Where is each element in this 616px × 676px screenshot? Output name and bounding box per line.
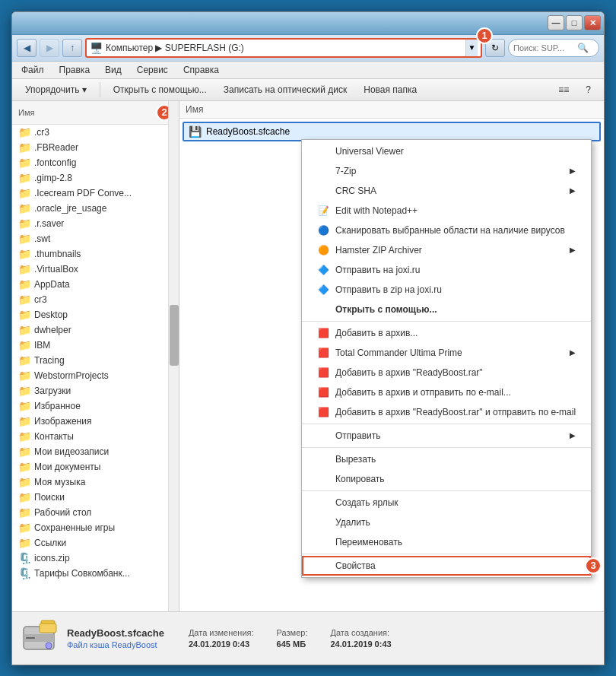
ctx-notepad[interactable]: 📝 Edit with Notepad++	[302, 201, 591, 221]
folder-item[interactable]: 📁AppData	[12, 277, 179, 292]
folder-item[interactable]: 📁IBM	[12, 338, 179, 353]
ctx-properties[interactable]: Свойства	[302, 556, 591, 576]
ctx-cut[interactable]: Вырезать	[302, 449, 591, 469]
ctx-hamster[interactable]: 🟠 Hamster ZIP Archiver	[302, 240, 591, 260]
burn-button[interactable]: Записать на оптический диск	[217, 81, 354, 98]
minimize-button[interactable]: —	[548, 15, 564, 30]
view-toggle-button[interactable]: ≡≡	[551, 81, 576, 98]
back-button[interactable]: ◀	[17, 39, 37, 57]
folder-item[interactable]: 📁.fontconfig	[12, 155, 179, 170]
folder-item[interactable]: 📁Изображения	[12, 414, 179, 429]
up-button[interactable]: ↑	[62, 39, 82, 57]
ctx-copy[interactable]: Копировать	[302, 469, 591, 489]
status-size-group: Размер: 645 МБ	[277, 628, 308, 649]
folder-name: WebstormProjects	[34, 370, 109, 381]
folder-icon: 📁	[18, 461, 31, 473]
menu-tools[interactable]: Сервис	[134, 63, 171, 77]
folder-item[interactable]: 📁.gimp-2.8	[12, 170, 179, 186]
scrollbar-thumb[interactable]	[170, 305, 179, 366]
folder-icon: 📁	[18, 172, 31, 184]
folder-name: AppData	[34, 279, 70, 290]
folder-item[interactable]: 📁Сохраненные игры	[12, 520, 179, 535]
scrollbar[interactable]	[168, 101, 179, 611]
folder-item[interactable]: 📁.FBReader	[12, 140, 179, 155]
address-dropdown[interactable]: ▼	[465, 40, 478, 56]
search-input[interactable]	[513, 43, 574, 52]
ctx-total-commander[interactable]: 🟥 Total Commander Ultima Prime	[302, 343, 591, 363]
ctx-joxi2[interactable]: 🔷 Отправить в zip на joxi.ru	[302, 280, 591, 300]
menu-view[interactable]: Вид	[102, 63, 125, 77]
ctx-crc[interactable]: CRC SHA	[302, 181, 591, 201]
close-button[interactable]: ✕	[584, 15, 601, 30]
ctx-cut-icon	[317, 453, 329, 465]
organize-button[interactable]: Упорядочить ▾	[18, 81, 94, 98]
folder-name: Изображения	[34, 416, 91, 427]
ctx-add-rar-email[interactable]: 🟥 Добавить в архив "ReadyBoost.rar" и от…	[302, 402, 591, 422]
folder-icon: 📁	[18, 263, 31, 275]
ctx-scan[interactable]: 🔵 Сканировать выбранные области на налич…	[302, 221, 591, 240]
menu-file[interactable]: Файл	[18, 63, 47, 77]
ctx-joxi1[interactable]: 🔷 Отправить на joxi.ru	[302, 260, 591, 280]
ctx-add-archive[interactable]: 🟥 Добавить в архив...	[302, 323, 591, 343]
folder-item[interactable]: 📁Tracing	[12, 353, 179, 368]
folder-item[interactable]: 📁Ссылки	[12, 535, 179, 551]
new-folder-button[interactable]: Новая папка	[357, 81, 424, 98]
folder-icon: 🗜️	[18, 552, 31, 564]
folder-icon: 📁	[18, 187, 31, 199]
folder-item[interactable]: 📁.cr3	[12, 125, 179, 140]
toolbar-right: ≡≡ ?	[551, 81, 598, 98]
folder-item[interactable]: 🗜️icons.zip	[12, 551, 179, 566]
folder-name: Tracing	[34, 355, 65, 366]
folder-item[interactable]: 📁cr3	[12, 292, 179, 307]
ctx-open-with[interactable]: Открыть с помощью...	[302, 300, 591, 319]
svg-rect-5	[40, 624, 56, 633]
folder-name: .Icecream PDF Conve...	[34, 188, 132, 198]
ctx-scan-label: Сканировать выбранные области на наличие…	[335, 225, 565, 236]
ctx-rename[interactable]: Переименовать	[302, 532, 591, 552]
forward-button[interactable]: ▶	[40, 39, 59, 57]
status-info: ReadyBoost.sfcache Файл кэша ReadyBoost	[67, 627, 164, 649]
maximize-button[interactable]: □	[566, 15, 583, 30]
folder-item[interactable]: 📁Избранное	[12, 398, 179, 414]
folder-item[interactable]: 📁Мои видеозаписи	[12, 444, 179, 459]
folder-item[interactable]: 📁Поиски	[12, 490, 179, 505]
folder-item[interactable]: 📁Моя музыка	[12, 474, 179, 490]
ctx-7zip[interactable]: 7-Zip	[302, 161, 591, 181]
help-button[interactable]: ?	[579, 81, 598, 98]
folder-item[interactable]: 📁Desktop	[12, 307, 179, 322]
folder-icon: 📁	[18, 248, 31, 260]
ctx-rare-icon: 🟥	[317, 406, 329, 418]
folder-icon: 📁	[18, 430, 31, 443]
ctx-add-email[interactable]: 🟥 Добавить в архив и отправить по e-mail…	[302, 382, 591, 402]
ctx-arc-label: Добавить в архив...	[335, 328, 418, 338]
folder-item[interactable]: 📁Контакты	[12, 429, 179, 444]
search-icon[interactable]: 🔍	[577, 43, 589, 53]
folder-item[interactable]: 📁dwhelper	[12, 322, 179, 338]
open-with-button[interactable]: Открыть с помощью...	[106, 81, 214, 98]
ctx-create-shortcut[interactable]: Создать ярлык	[302, 493, 591, 513]
ctx-send[interactable]: Отправить	[302, 426, 591, 446]
folder-name: .fontconfig	[34, 157, 76, 168]
folder-item[interactable]: 📁.swt	[12, 231, 179, 246]
ctx-copy-label: Копировать	[335, 474, 385, 484]
folder-item[interactable]: 📁Рабочий стол	[12, 505, 179, 520]
folder-item[interactable]: 📁.r.saver	[12, 216, 179, 231]
folder-item[interactable]: 📁.thumbnails	[12, 246, 179, 262]
badge-1: 1	[476, 27, 493, 44]
ctx-universal-viewer[interactable]: Universal Viewer	[302, 141, 591, 161]
ctx-add-rar[interactable]: 🟥 Добавить в архив "ReadyBoost.rar"	[302, 363, 591, 382]
folder-item[interactable]: 📁.oracle_jre_usage	[12, 201, 179, 216]
menu-help[interactable]: Справка	[180, 63, 222, 77]
folder-item[interactable]: 📁WebstormProjects	[12, 368, 179, 383]
menu-edit[interactable]: Правка	[56, 63, 94, 77]
svg-rect-3	[26, 637, 35, 639]
folder-icon: 📁	[18, 491, 31, 503]
folder-item[interactable]: 🗜️Тарифы Совкомбанк...	[12, 566, 179, 581]
ctx-copy-icon	[317, 473, 329, 485]
ctx-delete[interactable]: Удалить	[302, 513, 591, 532]
folder-item[interactable]: 📁.VirtualBox	[12, 262, 179, 277]
address-bar[interactable]: 🖥️ Компьютер ▶ SUPERFLASH (G:) ▼	[85, 38, 482, 58]
folder-item[interactable]: 📁Мои документы	[12, 459, 179, 474]
folder-item[interactable]: 📁.Icecream PDF Conve...	[12, 186, 179, 201]
folder-item[interactable]: 📁Загрузки	[12, 383, 179, 398]
